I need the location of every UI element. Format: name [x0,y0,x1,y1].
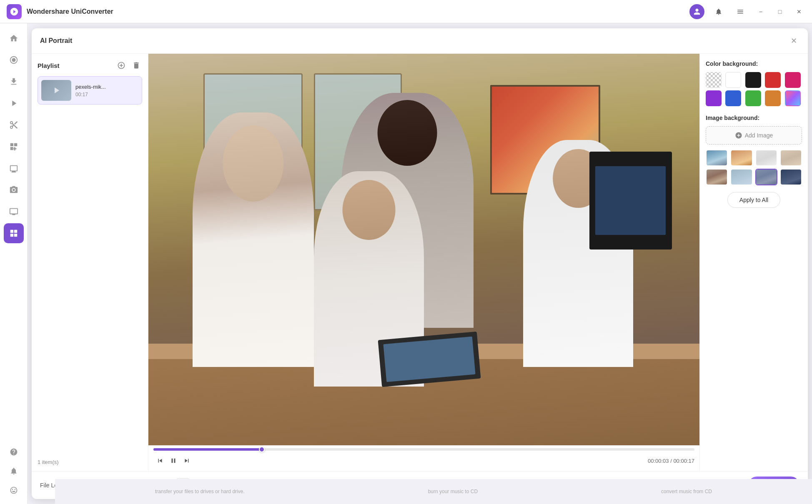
progress-bar[interactable] [153,448,694,451]
minimize-button[interactable]: − [754,5,767,18]
center-panel: 00:00:03 / 00:00:17 [148,54,699,471]
color-swatch-transparent[interactable] [706,72,722,88]
sidebar-item-snapshot[interactable] [4,180,24,200]
playlist-header: Playlist [38,60,142,71]
bg-image-4[interactable] [780,150,802,166]
color-swatch-purple[interactable] [706,90,722,106]
playlist-count: 1 item(s) [38,455,142,465]
progress-bar-fill [153,448,262,451]
bg-image-grid [706,150,802,185]
playlist-item[interactable]: pexels-mik... 00:17 [38,76,142,105]
bottom-text-2: burn your music to CD [428,489,478,494]
bottom-text-3: convert music from CD [661,489,712,494]
video-controls: 00:00:03 / 00:00:17 [148,445,699,471]
image-background-section: Image background: Add Image [706,115,802,185]
playlist-title: Playlist [38,62,115,69]
bg-image-1[interactable] [706,150,728,166]
title-bar: Wondershare UniConverter − □ ✕ [0,0,812,23]
modal-close-button[interactable]: ✕ [788,35,799,47]
color-swatch-green[interactable] [745,90,761,106]
add-to-playlist-button[interactable] [115,60,127,71]
color-grid [706,72,802,106]
color-background-label: Color background: [706,60,802,67]
bg-image-3[interactable] [755,150,777,166]
color-swatch-orange[interactable] [765,90,781,106]
app-name: Wondershare UniConverter [27,8,689,15]
progress-thumb [259,447,265,452]
add-image-button[interactable]: Add Image [706,126,802,145]
prev-button[interactable] [153,454,167,467]
help-button[interactable] [5,443,23,461]
playlist-item-duration: 00:17 [75,92,138,97]
playlist-item-info: pexels-mik... 00:17 [75,84,138,97]
sidebar-item-cut[interactable] [4,115,24,135]
playlist-thumbnail [41,80,71,101]
color-swatch-blue[interactable] [725,90,741,106]
playlist-actions [115,60,142,71]
left-panel: Playlist [32,54,148,471]
menu-icon[interactable] [733,4,748,19]
right-panel: Color background: [699,54,808,471]
bg-image-5[interactable] [706,169,728,185]
add-image-label: Add Image [745,132,773,139]
color-swatch-gradient[interactable] [785,90,801,106]
modal-body: Playlist [32,54,808,471]
color-swatch-pink[interactable] [785,72,801,88]
bg-image-6[interactable] [730,169,752,185]
maximize-button[interactable]: □ [774,5,786,18]
color-background-section: Color background: [706,60,802,106]
color-swatch-black[interactable] [745,72,761,88]
time-display: 00:00:03 / 00:00:17 [648,458,694,464]
notifications-icon[interactable] [711,4,726,19]
video-container [148,54,699,445]
image-background-label: Image background: [706,115,802,121]
sidebar-item-download[interactable] [4,72,24,92]
sidebar-item-merge[interactable] [4,137,24,157]
sidebar-item-screen[interactable] [4,158,24,178]
bg-image-2[interactable] [730,150,752,166]
bell-icon[interactable] [5,462,23,480]
feedback-icon[interactable] [5,482,23,499]
ai-portrait-modal: AI Portrait ✕ Playlist [32,28,808,499]
next-button[interactable] [180,454,193,467]
pause-button[interactable] [167,454,180,467]
close-window-button[interactable]: ✕ [793,5,805,18]
sidebar-bottom [5,443,23,499]
sidebar-item-home[interactable] [4,28,24,48]
sidebar-item-tv[interactable] [4,202,24,222]
user-icon[interactable] [689,4,704,19]
bg-image-7[interactable] [755,169,777,185]
title-bar-controls: − □ ✕ [689,4,805,19]
bg-image-8[interactable] [780,169,802,185]
sidebar [0,23,28,504]
sidebar-item-convert[interactable] [4,93,24,113]
bottom-content: transfer your files to drives or hard dr… [55,479,812,504]
bottom-text-1: transfer your files to drives or hard dr… [155,489,245,494]
apply-to-all-button[interactable]: Apply to All [727,192,780,208]
color-swatch-white[interactable] [725,72,741,88]
sidebar-item-screen-record[interactable] [4,50,24,70]
app-logo [7,4,22,19]
modal-title: AI Portrait [40,37,788,45]
playlist-item-name: pexels-mik... [75,84,138,90]
modal-header: AI Portrait ✕ [32,28,808,54]
color-swatch-red[interactable] [765,72,781,88]
delete-from-playlist-button[interactable] [130,60,142,71]
main-content: AI Portrait ✕ Playlist [28,23,812,504]
controls-row: 00:00:03 / 00:00:17 [153,454,694,467]
sidebar-item-toolbox[interactable] [4,223,24,243]
